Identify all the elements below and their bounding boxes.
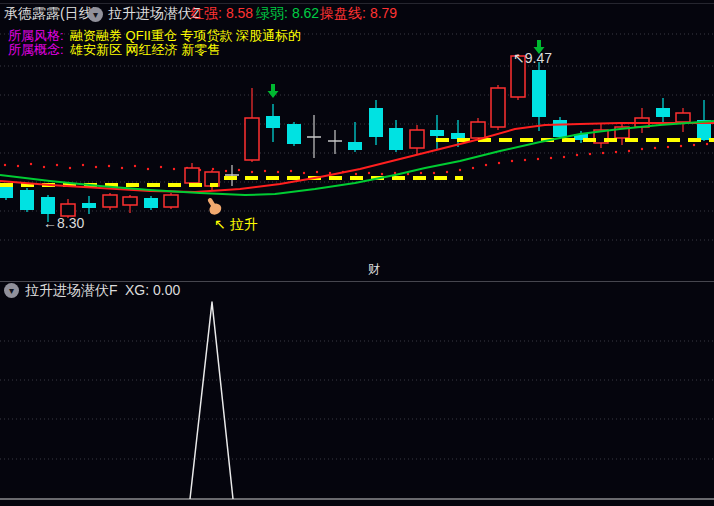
indicator-name: 拉升进场潜伏Z	[108, 6, 201, 21]
legend-green-weak-label: 绿弱:	[256, 5, 288, 21]
legend-control-line-value: 8.79	[370, 5, 397, 21]
pull-up-arrow-icon: ↖	[214, 216, 226, 232]
legend-control-line: 操盘线:8.79	[320, 6, 401, 21]
pull-up-signal-label: ↖ 拉升	[214, 217, 258, 232]
legend-green-weak-value: 8.62	[292, 5, 319, 21]
hand-cursor-icon	[203, 196, 225, 218]
stock-title: 承德露露(日线)	[4, 6, 97, 21]
legend-control-line-label: 操盘线:	[320, 5, 366, 21]
style-row-items: 融资融券 QFII重仓 专项贷款 深股通标的	[70, 29, 301, 43]
style-row-label: 所属风格:	[8, 29, 64, 43]
pull-up-text: 拉升	[230, 216, 258, 232]
xg-value: XG: 0.00	[125, 283, 180, 298]
high-price-label: ↖9.47	[513, 51, 552, 66]
concept-row-label: 所属概念:	[8, 43, 64, 57]
left-arrow-icon: ←	[43, 215, 57, 231]
concept-row-items: 雄安新区 网红经济 新零售	[70, 43, 220, 57]
legend-red-strong: 红强:8.58	[190, 6, 257, 21]
indicator-dropdown-icon[interactable]: ▾	[88, 7, 103, 22]
legend-red-strong-value: 8.58	[226, 5, 253, 21]
bottom-indicator-dropdown-icon[interactable]: ▾	[4, 283, 19, 298]
bottom-indicator-name: 拉升进场潜伏F	[25, 283, 118, 298]
finance-tag[interactable]: 财	[366, 263, 382, 276]
price-chart-canvas[interactable]	[0, 0, 714, 506]
legend-red-strong-label: 红强:	[190, 5, 222, 21]
high-price-value: 9.47	[525, 50, 552, 66]
low-price-label: ←8.30	[43, 216, 84, 231]
legend-green-weak: 绿弱:8.62	[256, 6, 323, 21]
up-left-arrow-icon: ↖	[513, 50, 525, 66]
low-price-value: 8.30	[57, 215, 84, 231]
top-border-line	[0, 3, 714, 4]
trading-app-window: 承德露露(日线) ▾ 拉升进场潜伏Z 红强:8.58 绿弱:8.62 操盘线:8…	[0, 0, 714, 506]
